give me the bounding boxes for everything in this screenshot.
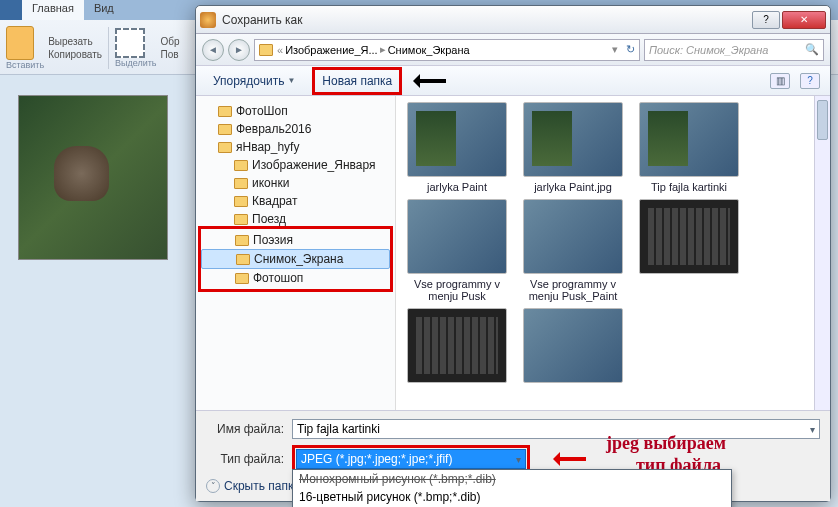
dialog-bottom: Имя файла: Tip fajla kartinki Тип файла:… [196, 410, 830, 501]
file-list[interactable]: jarlyka Paintjarlyka Paint.jpgTip fajla … [396, 96, 830, 410]
annotation-highlight-tree: ПоэзияСнимок_ЭкранаФотошоп [198, 226, 393, 292]
titlebar[interactable]: Сохранить как ? ✕ [196, 6, 830, 34]
search-placeholder: Поиск: Снимок_Экрана [649, 44, 768, 56]
file-label: Vse programmy v menju Pusk [402, 278, 512, 302]
paste-label: Вставить [6, 60, 44, 70]
file-item[interactable] [634, 199, 744, 302]
tree-item[interactable]: Поэзия [201, 231, 390, 249]
search-input[interactable]: Поиск: Снимок_Экрана 🔍 [644, 39, 824, 61]
file-thumbnail [407, 308, 507, 383]
tree-item-label: Изображение_Января [252, 158, 376, 172]
tree-item[interactable]: ФотоШоп [200, 102, 391, 120]
toolbar: Упорядочить▼ Новая папка ▥ ? [196, 66, 830, 96]
filetype-dropdown[interactable]: Монохромный рисунок (*.bmp;*.dib)16-цвет… [292, 469, 732, 507]
folder-icon [235, 235, 249, 246]
tree-item-label: Фотошоп [253, 271, 303, 285]
file-thumbnail [407, 102, 507, 177]
canvas-preview [18, 95, 168, 260]
folder-icon [234, 214, 248, 225]
app-icon [200, 12, 216, 28]
ribbon-tab-home[interactable]: Главная [22, 0, 84, 20]
folder-icon [259, 44, 273, 56]
select-label: Выделить [115, 58, 157, 68]
filename-input[interactable]: Tip fajla kartinki [292, 419, 820, 439]
tree-item-label: иконки [252, 176, 289, 190]
file-thumbnail [639, 102, 739, 177]
select-icon[interactable] [115, 28, 145, 58]
back-button[interactable]: ◄ [202, 39, 224, 61]
filetype-label: Тип файла: [206, 452, 284, 466]
copy-button[interactable]: Копировать [48, 49, 102, 60]
resize-button[interactable]: Пов [161, 49, 180, 60]
crumb-current[interactable]: Снимок_Экрана [388, 44, 470, 56]
organize-button[interactable]: Упорядочить▼ [206, 70, 302, 92]
ribbon-tab-view[interactable]: Вид [84, 0, 124, 20]
file-label: jarlyka Paint.jpg [518, 181, 628, 193]
chevron-down-icon: ˅ [206, 479, 220, 493]
file-item[interactable]: jarlyka Paint.jpg [518, 102, 628, 193]
folder-icon [218, 106, 232, 117]
folder-icon [235, 273, 249, 284]
crumb-parent[interactable]: Изображение_Я... [285, 44, 378, 56]
folder-icon [218, 124, 232, 135]
file-thumbnail [523, 102, 623, 177]
file-item[interactable]: Tip fajla kartinki [634, 102, 744, 193]
annotation-text-1: jpeg выбираем [606, 433, 726, 454]
crop-button[interactable]: Обр [161, 36, 180, 47]
filetype-select[interactable]: JPEG (*.jpg;*.jpeg;*.jpe;*.jfif) [296, 449, 526, 469]
folder-icon [218, 142, 232, 153]
annotation-arrow-left [418, 74, 458, 88]
tree-item[interactable]: Снимок_Экрана [201, 249, 390, 269]
tree-item-label: Снимок_Экрана [254, 252, 343, 266]
folder-icon [234, 196, 248, 207]
folder-icon [236, 254, 250, 265]
annotation-arrow-filetype [546, 453, 594, 465]
app-menu-tab[interactable] [0, 0, 22, 20]
close-button[interactable]: ✕ [782, 11, 826, 29]
save-as-dialog: Сохранить как ? ✕ ◄ ► « Изображение_Я...… [195, 5, 831, 502]
filetype-option[interactable]: 16-цветный рисунок (*.bmp;*.dib) [293, 488, 731, 506]
help-button[interactable]: ? [752, 11, 780, 29]
tree-item-label: Февраль2016 [236, 122, 311, 136]
breadcrumb[interactable]: « Изображение_Я... ▸ Снимок_Экрана ▾ ↻ [254, 39, 640, 61]
tree-item-label: Поэзия [253, 233, 293, 247]
folder-icon [234, 178, 248, 189]
file-thumbnail [523, 308, 623, 383]
file-thumbnail [407, 199, 507, 274]
filetype-option[interactable]: Монохромный рисунок (*.bmp;*.dib) [293, 470, 731, 488]
cut-button[interactable]: Вырезать [48, 36, 102, 47]
file-thumbnail [639, 199, 739, 274]
search-icon: 🔍 [805, 43, 819, 56]
file-thumbnail [523, 199, 623, 274]
view-mode-button[interactable]: ▥ [770, 73, 790, 89]
tree-item-label: яНвар_hyfy [236, 140, 299, 154]
file-item[interactable] [518, 308, 628, 387]
forward-button[interactable]: ► [228, 39, 250, 61]
file-item[interactable] [402, 308, 512, 387]
folder-tree[interactable]: ФотоШопФевраль2016яНвар_hyfyИзображение_… [196, 96, 396, 410]
file-label: Tip fajla kartinki [634, 181, 744, 193]
tree-item-label: ФотоШоп [236, 104, 288, 118]
tree-item[interactable]: Квадрат [200, 192, 391, 210]
file-item[interactable]: Vse programmy v menju Pusk_Paint [518, 199, 628, 302]
help-icon[interactable]: ? [800, 73, 820, 89]
folder-icon [234, 160, 248, 171]
dialog-title: Сохранить как [222, 13, 752, 27]
file-item[interactable]: jarlyka Paint [402, 102, 512, 193]
new-folder-button[interactable]: Новая папка [315, 70, 399, 92]
tree-item[interactable]: Февраль2016 [200, 120, 391, 138]
paste-icon[interactable] [6, 26, 34, 60]
annotation-highlight-newfolder: Новая папка [312, 67, 402, 95]
file-label: jarlyka Paint [402, 181, 512, 193]
tree-item[interactable]: яНвар_hyfy [200, 138, 391, 156]
tree-item[interactable]: Фотошоп [201, 269, 390, 287]
tree-item[interactable]: Изображение_Января [200, 156, 391, 174]
refresh-icon[interactable]: ↻ [626, 43, 635, 56]
scrollbar[interactable] [814, 96, 830, 410]
tree-item-label: Поезд [252, 212, 286, 226]
filename-label: Имя файла: [206, 422, 284, 436]
nav-bar: ◄ ► « Изображение_Я... ▸ Снимок_Экрана ▾… [196, 34, 830, 66]
tree-item[interactable]: иконки [200, 174, 391, 192]
file-item[interactable]: Vse programmy v menju Pusk [402, 199, 512, 302]
file-label: Vse programmy v menju Pusk_Paint [518, 278, 628, 302]
